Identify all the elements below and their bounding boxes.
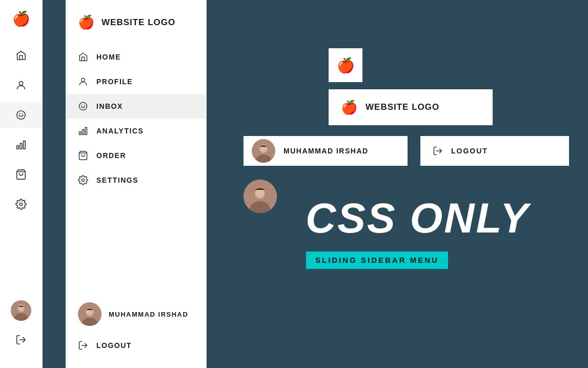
user-bar-name: MUHAMMAD IRSHAD	[283, 147, 369, 155]
narrow-nav-home[interactable]	[0, 43, 42, 68]
svg-rect-4	[17, 146, 19, 149]
wide-user-name: MUHAMMAD IRSHAD	[109, 311, 188, 318]
logo-bar-text: WEBSITE LOGO	[366, 102, 439, 112]
svg-rect-19	[82, 130, 84, 135]
sliding-badge-text: SLIDING SIDEBAR MENU	[315, 256, 439, 264]
wide-avatar-image	[78, 302, 102, 326]
wide-profile-icon	[78, 76, 88, 87]
logout-bar[interactable]: LOGOUT	[420, 136, 569, 166]
avatar-image	[11, 300, 31, 321]
svg-point-15	[79, 103, 87, 110]
wide-nav-inbox[interactable]: INBOX	[66, 94, 206, 119]
wide-nav-analytics[interactable]: ANALYTICS	[66, 119, 206, 143]
wide-home-icon	[78, 52, 88, 62]
logout-bar-icon	[433, 146, 443, 156]
svg-rect-6	[24, 141, 26, 149]
narrow-nav-settings[interactable]	[0, 191, 42, 217]
wide-order-icon	[78, 150, 88, 161]
wide-bottom-section: MUHAMMAD IRSHAD LOGOUT	[66, 295, 206, 358]
wide-logout-label: LOGOUT	[96, 341, 132, 350]
narrow-sidebar: 🍎	[0, 0, 43, 368]
inbox-icon	[15, 109, 27, 121]
logo-bar-icon: 🍎	[341, 100, 357, 115]
narrow-bottom	[11, 300, 31, 358]
wide-inbox-label: INBOX	[96, 102, 123, 110]
wide-avatar	[78, 302, 102, 326]
svg-point-22	[82, 179, 85, 182]
narrow-logo-icon: 🍎	[12, 10, 30, 27]
standalone-avatar	[244, 180, 277, 213]
narrow-nav-items	[0, 43, 42, 300]
wide-user-item[interactable]: MUHAMMAD IRSHAD	[66, 295, 206, 333]
narrow-nav-inbox[interactable]	[0, 102, 42, 128]
css-only-headline: CSS ONLY	[306, 194, 530, 242]
analytics-icon	[15, 139, 27, 150]
wide-order-label: ORDER	[96, 151, 126, 160]
narrow-nav-analytics[interactable]	[0, 132, 42, 158]
user-bar-avatar-image	[252, 139, 275, 163]
wide-logo-icon: 🍎	[78, 14, 94, 30]
wide-settings-label: SETTINGS	[96, 176, 138, 184]
wide-logout-item[interactable]: LOGOUT	[66, 333, 206, 358]
logout-icon	[15, 334, 27, 345]
wide-nav-list: HOME PROFILE INBOX	[66, 45, 206, 295]
svg-rect-20	[85, 127, 87, 134]
wide-logout-icon	[78, 340, 88, 351]
wide-inbox-icon	[78, 101, 88, 111]
wide-sidebar: 🍎 WEBSITE LOGO HOME PROFILE	[66, 0, 207, 368]
standalone-avatar-image	[244, 180, 277, 213]
small-apple-icon: 🍎	[337, 57, 355, 74]
wide-profile-label: PROFILE	[96, 78, 133, 86]
small-apple-box: 🍎	[329, 48, 362, 82]
wide-analytics-label: ANALYTICS	[96, 127, 144, 135]
user-bar[interactable]: MUHAMMAD IRSHAD	[244, 136, 408, 166]
home-icon	[15, 50, 27, 61]
narrow-nav-order[interactable]	[0, 162, 42, 187]
wide-home-label: HOME	[96, 53, 121, 61]
wide-nav-order[interactable]: ORDER	[66, 143, 206, 168]
order-icon	[15, 169, 27, 180]
svg-point-14	[82, 78, 85, 82]
logout-bar-text: LOGOUT	[451, 147, 488, 155]
narrow-avatar[interactable]	[11, 300, 31, 321]
wide-nav-settings[interactable]: SETTINGS	[66, 168, 206, 192]
sliding-badge: SLIDING SIDEBAR MENU	[306, 251, 448, 269]
svg-point-8	[19, 203, 23, 206]
wide-logo-area: 🍎 WEBSITE LOGO	[66, 10, 206, 45]
svg-rect-18	[79, 132, 81, 135]
narrow-nav-profile[interactable]	[0, 72, 42, 98]
wide-analytics-icon	[78, 126, 88, 136]
wide-nav-home[interactable]: HOME	[66, 45, 206, 69]
wide-logo-bar: 🍎 WEBSITE LOGO	[329, 89, 493, 125]
svg-point-1	[17, 111, 26, 120]
wide-settings-icon	[78, 175, 88, 185]
wide-logo-text: WEBSITE LOGO	[102, 17, 175, 28]
svg-point-0	[19, 82, 23, 85]
settings-icon	[15, 199, 27, 210]
profile-icon	[15, 80, 27, 91]
wide-nav-profile[interactable]: PROFILE	[66, 69, 206, 94]
user-bar-avatar	[252, 139, 275, 163]
svg-rect-5	[20, 143, 22, 149]
narrow-logout[interactable]	[11, 327, 31, 353]
